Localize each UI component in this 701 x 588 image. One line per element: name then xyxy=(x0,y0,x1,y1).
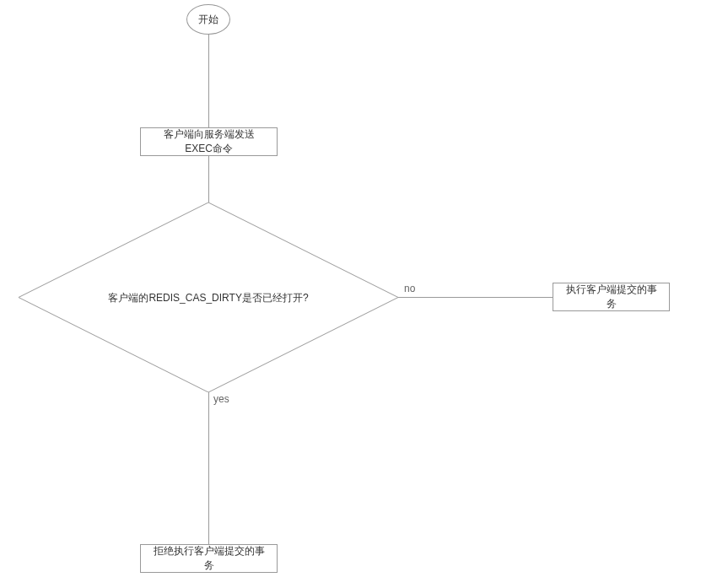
connector-decision-to-execute xyxy=(398,297,553,298)
connector-start-to-exec xyxy=(208,35,209,127)
process-execute: 执行客户端提交的事务 xyxy=(553,283,670,311)
decision-node: 客户端的REDIS_CAS_DIRTY是否已经打开? xyxy=(19,202,398,392)
process-reject-label: 拒绝执行客户端提交的事务 xyxy=(151,544,267,573)
decision-label: 客户端的REDIS_CAS_DIRTY是否已经打开? xyxy=(57,290,360,305)
connector-decision-to-reject xyxy=(208,392,209,544)
flowchart-canvas: 开始 客户端向服务端发送EXEC命令 客户端的REDIS_CAS_DIRTY是否… xyxy=(0,0,701,588)
edge-label-no: no xyxy=(404,283,415,294)
connector-exec-to-decision xyxy=(208,156,209,202)
process-reject: 拒绝执行客户端提交的事务 xyxy=(140,544,278,573)
edge-label-yes: yes xyxy=(213,393,229,405)
start-label: 开始 xyxy=(198,13,218,27)
process-execute-label: 执行客户端提交的事务 xyxy=(563,283,659,311)
start-node: 开始 xyxy=(186,4,230,35)
process-send-exec: 客户端向服务端发送EXEC命令 xyxy=(140,127,278,156)
process-send-exec-label: 客户端向服务端发送EXEC命令 xyxy=(151,127,267,156)
